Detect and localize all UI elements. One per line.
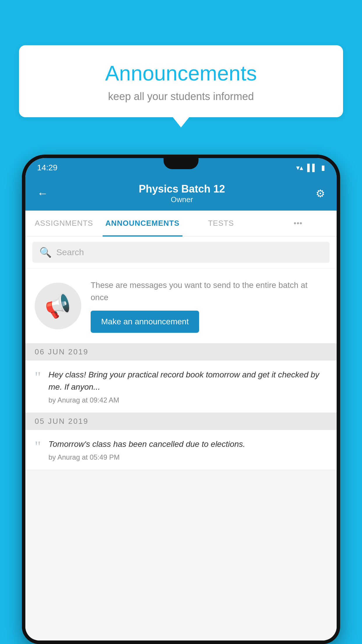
phone-frame: 14:29 ▾▴ ▌▌ ▮ ← Physics Batch 12 Owner ⚙ <box>22 155 340 644</box>
promo-text-group: These are messages you want to send to t… <box>91 279 327 333</box>
app-header: ← Physics Batch 12 Owner ⚙ <box>25 177 337 211</box>
announcement-text-group-2: Tomorrow's class has been cancelled due … <box>48 438 327 461</box>
date-separator-2: 05 JUN 2019 <box>25 413 337 430</box>
promo-section: 📢 These are messages you want to send to… <box>25 269 337 343</box>
tabs-bar: ASSIGNMENTS ANNOUNCEMENTS TESTS ••• <box>25 211 337 237</box>
announcement-text-group-1: Hey class! Bring your practical record b… <box>48 369 327 404</box>
announcement-item-1[interactable]: " Hey class! Bring your practical record… <box>25 360 337 413</box>
announcement-message-1: Hey class! Bring your practical record b… <box>48 369 327 393</box>
speech-bubble-container: Announcements keep all your students inf… <box>19 45 343 127</box>
promo-description: These are messages you want to send to t… <box>91 279 327 304</box>
phone-inner: 14:29 ▾▴ ▌▌ ▮ ← Physics Batch 12 Owner ⚙ <box>22 155 340 644</box>
date-label-1: 06 JUN 2019 <box>35 347 89 356</box>
back-button[interactable]: ← <box>37 187 48 200</box>
announcement-message-2: Tomorrow's class has been cancelled due … <box>48 438 327 450</box>
phone-screen: 14:29 ▾▴ ▌▌ ▮ ← Physics Batch 12 Owner ⚙ <box>25 158 337 640</box>
megaphone-icon: 📢 <box>42 290 74 321</box>
header-title-group: Physics Batch 12 Owner <box>139 183 225 204</box>
bubble-subtitle: keep all your students informed <box>36 90 326 103</box>
battery-icon: ▮ <box>321 164 325 172</box>
phone-content: 🔍 Search 📢 These are messages you want t… <box>25 237 337 640</box>
speech-bubble-tail <box>173 117 189 127</box>
status-bar: 14:29 ▾▴ ▌▌ ▮ <box>25 158 337 177</box>
promo-icon-circle: 📢 <box>35 283 81 329</box>
status-time: 14:29 <box>37 163 57 172</box>
batch-subtitle: Owner <box>139 195 225 204</box>
tab-tests[interactable]: TESTS <box>182 211 260 236</box>
search-placeholder: Search <box>56 247 84 257</box>
speech-bubble: Announcements keep all your students inf… <box>19 45 343 117</box>
make-announcement-button[interactable]: Make an announcement <box>91 311 199 333</box>
search-bar-wrap: 🔍 Search <box>25 237 337 268</box>
wifi-icon: ▾▴ <box>296 164 303 172</box>
date-separator-1: 06 JUN 2019 <box>25 343 337 360</box>
tab-more[interactable]: ••• <box>259 211 337 236</box>
announcement-author-1: by Anurag at 09:42 AM <box>48 396 327 404</box>
search-icon: 🔍 <box>39 246 52 258</box>
status-icons: ▾▴ ▌▌ ▮ <box>296 164 325 172</box>
settings-button[interactable]: ⚙ <box>316 188 325 200</box>
bubble-title: Announcements <box>36 61 326 85</box>
announcement-author-2: by Anurag at 05:49 PM <box>48 453 327 461</box>
announcement-item-2[interactable]: " Tomorrow's class has been cancelled du… <box>25 430 337 470</box>
notch <box>164 158 198 169</box>
quote-icon-2: " <box>35 439 41 454</box>
tab-assignments[interactable]: ASSIGNMENTS <box>25 211 103 236</box>
tab-announcements[interactable]: ANNOUNCEMENTS <box>103 211 182 236</box>
date-label-2: 05 JUN 2019 <box>35 417 89 426</box>
signal-icon: ▌▌ <box>307 164 317 172</box>
search-bar[interactable]: 🔍 Search <box>32 242 330 263</box>
batch-title: Physics Batch 12 <box>139 183 225 195</box>
quote-icon-1: " <box>35 370 41 385</box>
